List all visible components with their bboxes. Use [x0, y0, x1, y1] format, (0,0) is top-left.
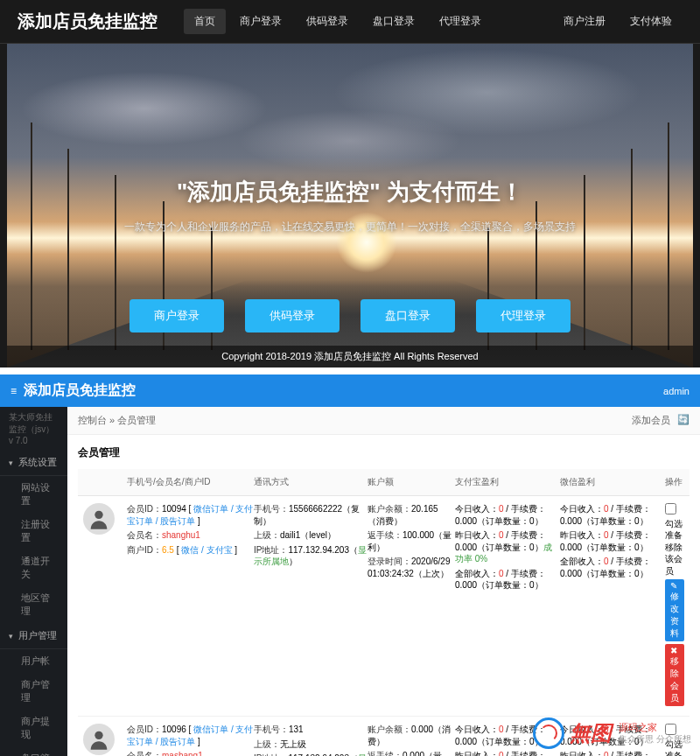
topbar-logo: 添加店员免挂监控	[18, 10, 158, 33]
hero: "添加店员免挂监控" 为支付而生！ 一款专为个人和企业服务的产品，让在线交易更快…	[7, 44, 693, 368]
panel-title: 会员管理	[78, 445, 690, 460]
admin-body: 某大师免挂监控（jsv）v 7.0 系统设置网站设置注册设置通道开关地区管理用户…	[0, 407, 700, 756]
topbar: 添加店员免挂监控 首页 商户登录 供码登录 盘口登录 代理登录 商户注册 支付体…	[0, 0, 700, 44]
watermark-line1: 源码之家	[619, 722, 691, 733]
admin-header-user[interactable]: admin	[663, 386, 690, 396]
sidebar-item[interactable]: 用户帐	[0, 649, 67, 673]
sidebar-item[interactable]: 通道开关	[0, 550, 67, 586]
th-wechat: 微信盈利	[560, 476, 665, 488]
delete-button[interactable]: ✖ 移除会员	[665, 644, 684, 706]
svg-point-1	[94, 732, 102, 739]
avatar	[83, 503, 115, 535]
avatar	[83, 724, 115, 755]
watermark: 無图 源码之家 集众所思 分众所想	[533, 718, 691, 749]
th-contact: 通讯方式	[254, 476, 368, 488]
nav-agent-login[interactable]: 代理登录	[429, 9, 492, 34]
nav-pay-experience[interactable]: 支付体验	[620, 9, 682, 34]
sidebar-item[interactable]: 网站设置	[0, 476, 67, 513]
admin-header-title: 添加店员免挂监控	[24, 382, 136, 400]
nav-supply-login[interactable]: 供码登录	[296, 9, 359, 34]
nav-merchant-register[interactable]: 商户注册	[553, 9, 616, 34]
th-alipay: 支付宝盈利	[455, 476, 560, 488]
nav-home[interactable]: 首页	[184, 9, 226, 34]
th-balance: 账户额	[368, 476, 455, 488]
sidebar-item[interactable]: 地区管理	[0, 586, 67, 623]
sidebar-item[interactable]: 注册设置	[0, 513, 67, 550]
add-member-link[interactable]: 添加会员	[632, 414, 670, 427]
sidebar-group[interactable]: 系统设置	[0, 450, 67, 476]
sidebar-subtitle: 某大师免挂监控（jsv）v 7.0	[0, 407, 67, 450]
menu-icon[interactable]: ≡	[10, 385, 17, 397]
breadcrumb-root[interactable]: 控制台	[78, 415, 107, 425]
content: 会员管理 手机号/会员名/商户ID 通讯方式 账户额 支付宝盈利 微信盈利 操作…	[67, 435, 700, 756]
nav-panel-login[interactable]: 盘口登录	[362, 9, 425, 34]
sidebar-item[interactable]: 商户管理	[0, 673, 67, 710]
admin-header: ≡ 添加店员免挂监控 admin	[0, 374, 700, 407]
th-info: 手机号/会员名/商户ID	[127, 476, 254, 488]
sidebar-item[interactable]: 商户提现	[0, 710, 67, 746]
edit-button[interactable]: ✎ 修改资料	[665, 579, 684, 641]
table-row: 会员ID：10094 [ 微信订单 / 支付宝订单 / 股告订单 ] 会员名：s…	[78, 496, 690, 717]
hero-btn-merchant[interactable]: 商户登录	[130, 299, 224, 332]
refresh-icon[interactable]: 🔄	[677, 414, 690, 427]
watermark-logo-icon	[533, 718, 564, 749]
hero-btn-agent[interactable]: 代理登录	[476, 299, 570, 332]
admin-section: ≡ 添加店员免挂监控 admin 某大师免挂监控（jsv）v 7.0 系统设置网…	[0, 374, 700, 756]
th-action: 操作	[665, 476, 684, 488]
hero-subtitle: 一款专为个人和企业服务的产品，让在线交易更快，更简单！一次对接，全渠道聚合，多场…	[124, 220, 576, 234]
topbar-nav: 首页 商户登录 供码登录 盘口登录 代理登录	[184, 9, 492, 34]
watermark-line2: 集众所思 分众所想	[619, 734, 691, 745]
table-head: 手机号/会员名/商户ID 通讯方式 账户额 支付宝盈利 微信盈利 操作	[78, 469, 690, 496]
breadcrumb: 控制台 » 会员管理 添加会员 🔄	[67, 407, 700, 435]
hero-btn-panel[interactable]: 盘口登录	[360, 299, 455, 332]
row-checkbox[interactable]	[665, 503, 676, 514]
hero-title: "添加店员免挂监控" 为支付而生！	[177, 177, 523, 207]
breadcrumb-current: 会员管理	[117, 415, 156, 425]
hero-btn-supply[interactable]: 供码登录	[245, 299, 340, 332]
hero-footer: Copyright 2018-2019 添加店员免挂监控 All Rights …	[7, 346, 693, 368]
topbar-right: 商户注册 支付体验	[553, 9, 682, 34]
sidebar: 某大师免挂监控（jsv）v 7.0 系统设置网站设置注册设置通道开关地区管理用户…	[0, 407, 67, 756]
main: 控制台 » 会员管理 添加会员 🔄 会员管理 手机号/会员名/商户ID 通讯方式…	[67, 407, 700, 756]
nav-merchant-login[interactable]: 商户登录	[229, 9, 292, 34]
watermark-brand: 無图	[570, 719, 612, 747]
landing-section: 添加店员免挂监控 首页 商户登录 供码登录 盘口登录 代理登录 商户注册 支付体…	[0, 0, 700, 368]
svg-point-0	[94, 511, 102, 519]
sidebar-item[interactable]: 盘口管理	[0, 746, 67, 756]
sidebar-group[interactable]: 用户管理	[0, 623, 67, 649]
hero-buttons: 商户登录 供码登录 盘口登录 代理登录	[7, 299, 693, 332]
